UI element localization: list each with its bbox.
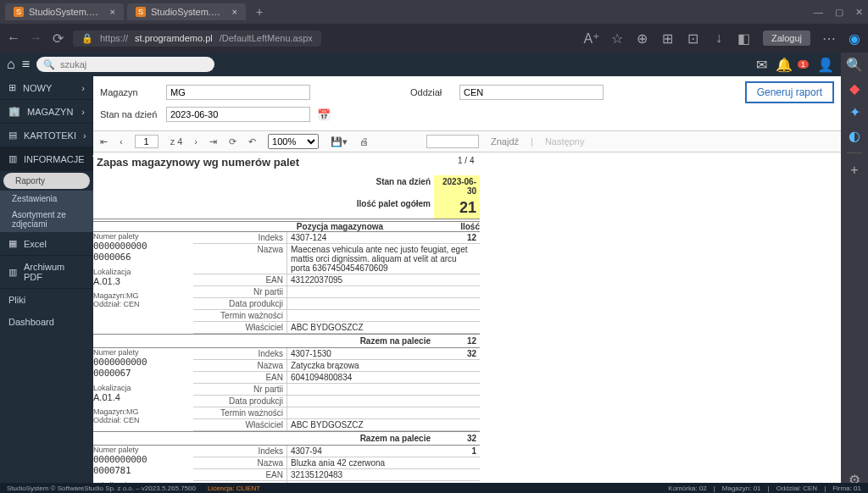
- bell-icon[interactable]: 🔔: [776, 57, 793, 73]
- nav-back-icon[interactable]: ←: [7, 31, 20, 45]
- page-count: z 4: [170, 136, 183, 147]
- star-icon[interactable]: ☆: [610, 31, 624, 45]
- user-avatar-icon[interactable]: 👤: [817, 57, 834, 73]
- next-page-icon[interactable]: ›: [194, 136, 198, 147]
- search-side-icon[interactable]: 🔍: [848, 58, 861, 71]
- oddzial-label: Oddział: [410, 87, 453, 97]
- browser-login-button[interactable]: Zaloguj: [763, 30, 810, 46]
- nav-reload-icon[interactable]: ⟳: [51, 31, 64, 45]
- favicon-icon: S: [136, 7, 146, 17]
- copilot-icon[interactable]: ◉: [848, 31, 861, 45]
- cards-icon: ▤: [8, 130, 17, 141]
- read-aloud-icon[interactable]: A⁺: [585, 31, 598, 45]
- downloads-icon[interactable]: ↓: [712, 31, 726, 45]
- tab-title: StudioSystem.NET (c) SoftwareS: [29, 7, 102, 17]
- browser-tab-strip: S StudioSystem.NET (c) SoftwareS × S Stu…: [0, 0, 868, 24]
- notif-badge: 1: [798, 60, 809, 69]
- first-page-icon[interactable]: ⇤: [100, 136, 108, 147]
- page-number-input[interactable]: [135, 135, 159, 148]
- app-search[interactable]: 🔍: [36, 57, 214, 72]
- browser-tab-1[interactable]: S StudioSystem.NET (c) SoftwareS ×: [5, 3, 124, 20]
- sidebar-sub-asortyment[interactable]: Asortyment ze zdjęciami: [0, 207, 93, 232]
- calendar-icon[interactable]: 📅: [317, 108, 331, 121]
- sidebar-item-excel[interactable]: ▦ Excel: [0, 232, 93, 256]
- report-group: Numer palety 00000000000000067Lokalizacj…: [93, 348, 480, 431]
- url-prefix: https://: [100, 33, 128, 43]
- report-title: Zapas magazynowy wg numerów palet 1 / 4: [93, 152, 841, 175]
- url-host: st.programdemo.pl: [135, 33, 213, 43]
- status-firma: Firma: 01: [832, 485, 861, 492]
- report-body[interactable]: Zapas magazynowy wg numerów palet 1 / 4 …: [93, 152, 841, 483]
- app-icon[interactable]: ◧: [737, 31, 751, 45]
- sidebar-item-nowy[interactable]: ⊞ NOWY: [0, 76, 93, 100]
- sidebar-sub-zestawienia[interactable]: Zestawienia: [0, 191, 93, 207]
- refresh-icon[interactable]: ⟳: [229, 136, 236, 147]
- sidebar-item-archiwum[interactable]: ▥ Archiwum PDF: [0, 256, 93, 289]
- new-tab-icon[interactable]: +: [256, 5, 263, 19]
- sidebar-item-pliki[interactable]: Pliki: [0, 289, 93, 311]
- status-bar: StudioSystem © SoftwareStudio Sp. z o.o.…: [0, 483, 868, 493]
- plus-square-icon: ⊞: [8, 82, 16, 93]
- status-magazyn: Magazyn: 01: [722, 485, 761, 492]
- report-toolbar: ⇤ ‹ z 4 › ⇥ ⟳ ↶ 100% 💾▾ 🖨 Znajdź | Nastę…: [93, 130, 841, 152]
- find-button[interactable]: Znajdź: [491, 136, 519, 147]
- url-input[interactable]: 🔒 https://st.programdemo.pl/DefaultLeftM…: [73, 30, 321, 47]
- find-next-button[interactable]: Następny: [545, 136, 584, 147]
- sidebar-item-magazyn[interactable]: 🏢 MAGAZYN: [0, 100, 93, 124]
- magazyn-label: Magazyn: [100, 87, 159, 97]
- menu-icon[interactable]: ⋯: [822, 31, 836, 45]
- last-page-icon[interactable]: ⇥: [209, 136, 217, 147]
- tab-close-icon[interactable]: ×: [110, 7, 115, 17]
- window-close-icon[interactable]: ✕: [855, 7, 863, 18]
- page-indicator: 1 / 4: [458, 156, 474, 165]
- browser-address-bar: ← → ⟳ 🔒 https://st.programdemo.pl/Defaul…: [0, 24, 868, 53]
- main-content: Magazyn Oddział Generuj raport Stan na d…: [93, 76, 841, 483]
- print-icon[interactable]: 🖨: [359, 136, 369, 147]
- excel-icon: ▦: [8, 238, 17, 249]
- sidebar-item-kartoteki[interactable]: ▤ KARTOTEKI: [0, 124, 93, 147]
- prev-page-icon[interactable]: ‹: [120, 136, 123, 147]
- window-maximize-icon[interactable]: ▢: [835, 7, 843, 18]
- browser-tab-2[interactable]: S StudioSystem.NET (c) SoftwareS ×: [127, 3, 246, 20]
- sidebar-label: Archiwum PDF: [24, 262, 85, 282]
- filters-panel: Magazyn Oddział Generuj raport Stan na d…: [93, 76, 841, 130]
- tab-close-icon[interactable]: ×: [232, 7, 237, 17]
- warehouse-icon: 🏢: [8, 106, 20, 117]
- back-icon[interactable]: ↶: [248, 136, 256, 147]
- sidebar-sub-raporty[interactable]: Raporty: [3, 173, 90, 189]
- browser-side-panel: 🔍 ◆ ✦ ◐ + ⚙: [841, 53, 868, 493]
- zoom-select[interactable]: 100%: [268, 134, 319, 149]
- report-header: Stan na dzień2023-06-30 Ilość palet ogół…: [93, 175, 480, 219]
- home-icon[interactable]: ⌂: [7, 57, 15, 72]
- sidebar-item-informacje[interactable]: ▥ INFORMACJE ˄: [0, 147, 93, 171]
- shopping-side-icon[interactable]: ◆: [848, 81, 861, 95]
- export-icon[interactable]: 💾▾: [331, 136, 348, 147]
- generate-report-button[interactable]: Generuj raport: [745, 81, 834, 103]
- magazyn-input[interactable]: [166, 85, 310, 100]
- games-side-icon[interactable]: ◐: [848, 129, 861, 142]
- mail-icon[interactable]: ✉: [756, 57, 767, 73]
- find-input[interactable]: [426, 135, 479, 148]
- oddzial-input[interactable]: [459, 85, 604, 100]
- tools-side-icon[interactable]: ✦: [848, 105, 861, 119]
- collections-icon[interactable]: ⊞: [661, 31, 675, 45]
- add-side-icon[interactable]: +: [848, 163, 861, 177]
- favorites-icon[interactable]: ⊕: [636, 31, 649, 45]
- app-topbar: ⌂ ≡ 🔍 ✉ 🔔1 👤: [0, 53, 841, 76]
- hamburger-icon[interactable]: ≡: [22, 57, 30, 72]
- extensions-icon[interactable]: ⊡: [687, 31, 700, 45]
- sidebar-label: INFORMACJE: [24, 154, 85, 164]
- pdf-icon: ▥: [8, 267, 17, 278]
- app-search-input[interactable]: [60, 59, 208, 69]
- stan-input[interactable]: [166, 107, 310, 122]
- svg-text:S: S: [138, 8, 143, 16]
- col-pozycja: Pozycja magazynowa: [246, 222, 434, 231]
- lock-icon: 🔒: [81, 33, 93, 44]
- report-group: Numer palety 00000000000000066Lokalizacj…: [93, 232, 480, 334]
- favicon-icon: S: [14, 7, 24, 17]
- sidebar-item-dashboard[interactable]: Dashboard: [0, 311, 93, 333]
- window-minimize-icon[interactable]: —: [814, 7, 823, 18]
- nav-forward-icon[interactable]: →: [29, 31, 42, 45]
- sidebar-label: Excel: [24, 239, 47, 249]
- app-area: ⌂ ≡ 🔍 ✉ 🔔1 👤 ⊞ NOWY 🏢 MAGAZYN ▤ KARTOTEK…: [0, 53, 841, 483]
